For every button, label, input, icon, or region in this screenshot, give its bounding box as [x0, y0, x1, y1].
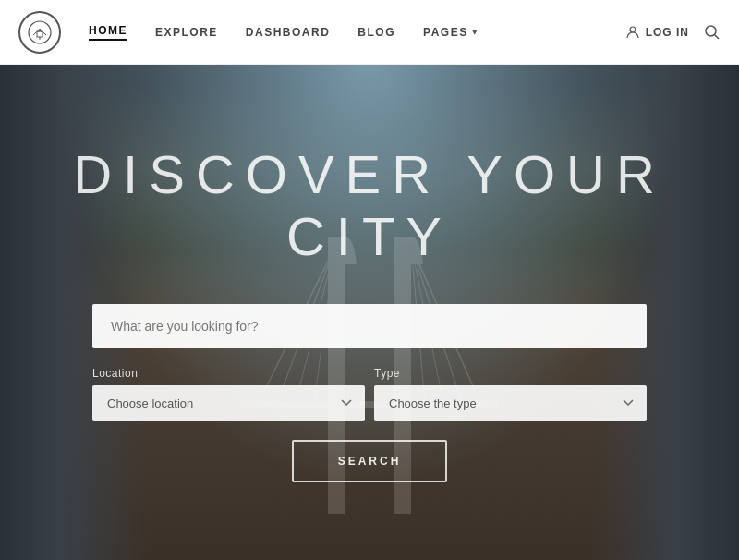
- search-icon-nav[interactable]: [704, 24, 721, 41]
- nav-dashboard[interactable]: DASHBOARD: [246, 26, 331, 39]
- user-icon: [625, 25, 640, 40]
- location-filter-group: Location Choose location New York Los An…: [92, 367, 365, 421]
- nav-pages-label[interactable]: PAGES: [423, 26, 468, 39]
- location-select[interactable]: Choose location New York Los Angeles Chi…: [92, 385, 365, 421]
- logo[interactable]: [18, 11, 61, 54]
- navbar: HOME EXPLORE DASHBOARD BLOG PAGES ▾ LOG …: [0, 0, 739, 65]
- nav-blog[interactable]: BLOG: [357, 26, 395, 39]
- svg-rect-1: [37, 31, 42, 37]
- login-label: LOG IN: [646, 26, 689, 39]
- type-select[interactable]: Choose the type Restaurant Hotel Shop At…: [374, 385, 647, 421]
- svg-point-4: [706, 26, 716, 36]
- svg-point-3: [630, 27, 636, 32]
- svg-line-5: [715, 34, 720, 39]
- filters-row: Location Choose location New York Los An…: [92, 367, 647, 421]
- nav-explore[interactable]: EXPLORE: [155, 26, 218, 39]
- type-label: Type: [374, 367, 647, 380]
- hero-content: DISCOVER YOUR CITY Location Choose locat…: [0, 79, 739, 482]
- nav-right: LOG IN: [625, 24, 721, 41]
- nav-pages-dropdown[interactable]: PAGES ▾: [423, 26, 478, 39]
- hero-title: DISCOVER YOUR CITY: [0, 143, 739, 267]
- hero-section: DISCOVER YOUR CITY Location Choose locat…: [0, 0, 739, 560]
- nav-home[interactable]: HOME: [89, 24, 127, 41]
- nav-links: HOME EXPLORE DASHBOARD BLOG PAGES ▾: [89, 24, 625, 41]
- search-button[interactable]: SEARCH: [292, 440, 448, 482]
- login-button[interactable]: LOG IN: [625, 25, 689, 40]
- svg-point-0: [29, 21, 51, 43]
- location-label: Location: [92, 367, 365, 380]
- main-search-input[interactable]: [92, 304, 647, 348]
- search-bar-container: [92, 304, 647, 348]
- type-filter-group: Type Choose the type Restaurant Hotel Sh…: [374, 367, 647, 421]
- pages-arrow-icon: ▾: [472, 26, 478, 38]
